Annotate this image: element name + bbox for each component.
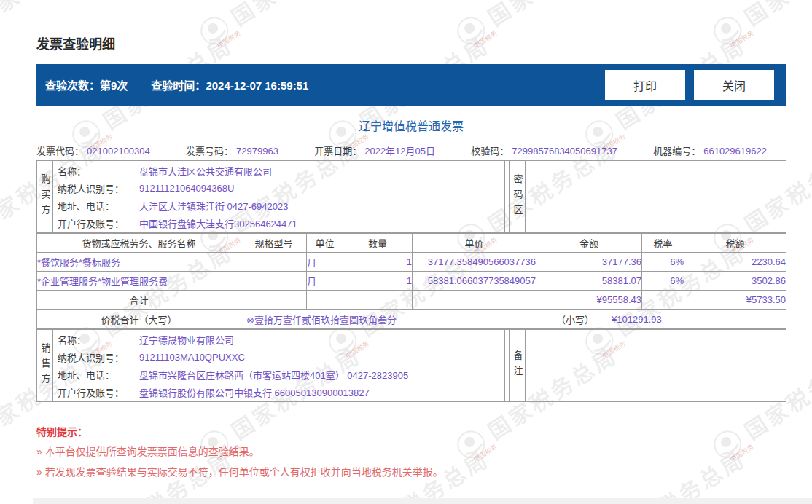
item-row: *企业管理服务*物业管理服务费 月 1 58381.06603773584905…	[37, 272, 786, 291]
seller-section: 销售方 名称：辽宁德晟物业有限公司 纳税人识别号：91211103MA10QPU…	[36, 329, 786, 402]
items-table: 货物或应税劳务、服务名称 规格型号 单位 数量 单价 金额 税率 税额 *餐饮服…	[36, 233, 786, 310]
empty-cell	[241, 291, 307, 310]
invoice-title: 辽宁增值税普通发票	[36, 117, 786, 134]
invoice-code-label: 发票代码：	[36, 146, 84, 157]
notice-line: » 若发现发票查验结果与实际交易不符，任何单位或个人有权拒收并向当地税务机关举报…	[36, 464, 443, 479]
notice-line: » 本平台仅提供所查询发票票面信息的查验结果。	[36, 444, 259, 458]
invoice-date: 开票日期：2022年12月05日	[314, 143, 435, 157]
item-spec	[241, 253, 307, 272]
amount-in-words-row: 价税合计（大写） ⊗壹拾万壹仟贰佰玖拾壹圆玖角叁分 （小写） ¥101291.9…	[36, 309, 786, 329]
item-quantity: 1	[343, 253, 413, 272]
item-tax-rate: 6%	[642, 253, 684, 272]
field-label: 开户行及账号：	[53, 216, 139, 230]
field-value: 中国银行盘锦大洼支行302564624471	[139, 216, 297, 230]
item-name: *企业管理服务*物业管理服务费	[37, 272, 241, 291]
check-time-value: 2024-12-07 16:59:51	[206, 79, 308, 92]
item-unit-price: 58381.066037735849057	[413, 272, 536, 291]
field-label: 纳税人识别号：	[53, 181, 139, 195]
empty-cell	[413, 291, 536, 310]
seller-side-cell: 销售方	[37, 330, 53, 402]
field-value: 盘锦银行股份有限公司中银支行 660050130900013827	[139, 385, 370, 399]
print-button[interactable]: 打印	[605, 70, 685, 100]
item-row: *餐饮服务*餐标服务 月 1 37177.358490566037736 371…	[37, 253, 786, 272]
invoice-code-value: 021002100304	[87, 146, 150, 157]
header-spec: 规格型号	[241, 234, 307, 253]
field-row: 开户行及账号：中国银行盘锦大洼支行302564624471	[53, 214, 504, 232]
content-area: 发票查验明细 查验次数：第9次 查验时间：2024-12-07 16:59:51…	[0, 0, 812, 504]
invoice-number-value: 72979963	[236, 146, 278, 157]
header-tax-amount: 税额	[684, 234, 786, 253]
field-value: 盘锦市兴隆台区庄林路西（市客运站四楼401室） 0427-2823905	[139, 368, 408, 382]
seller-fields-cell: 名称：辽宁德晟物业有限公司 纳税人识别号：91211103MA10QPUXXC …	[53, 330, 505, 402]
seller-fields: 名称：辽宁德晟物业有限公司 纳税人识别号：91211103MA10QPUXXC …	[53, 331, 504, 401]
buyer-fields: 名称：盘锦市大洼区公共交通有限公司 纳税人识别号：912111210640943…	[53, 162, 504, 232]
page-title: 发票查验明细	[36, 34, 115, 52]
field-label: 地址、电话：	[53, 199, 139, 213]
header-unit-price: 单价	[413, 234, 536, 253]
item-quantity: 1	[343, 272, 413, 291]
invoice-meta-row: 发票代码：021002100304 发票号码：72979963 开票日期：202…	[36, 143, 767, 157]
machine-number-label: 机器编号：	[653, 146, 700, 157]
item-unit: 月	[307, 253, 343, 272]
verification-bar: 查验次数：第9次 查验时间：2024-12-07 16:59:51 打印 关闭	[36, 64, 786, 106]
item-unit-price: 37177.358490566037736	[413, 253, 536, 272]
password-area-label: 密码区	[510, 174, 525, 220]
item-tax-rate: 6%	[642, 272, 684, 291]
field-row: 名称：盘锦市大洼区公共交通有限公司	[53, 162, 504, 179]
invoice-number-label: 发票号码：	[186, 146, 233, 157]
buyer-fields-cell: 名称：盘锦市大洼区公共交通有限公司 纳税人识别号：912111210640943…	[53, 161, 505, 233]
check-code-label: 校验码：	[471, 146, 509, 157]
item-name: *餐饮服务*餐标服务	[37, 253, 241, 272]
invoice-code: 发票代码：021002100304	[36, 143, 150, 157]
amount-in-words-label: 价税合计（大写）	[37, 310, 241, 329]
check-time: 查验时间：2024-12-07 16:59:51	[151, 77, 308, 92]
amount-small-label: （小写）	[556, 312, 594, 326]
field-row: 纳税人识别号：91211121064094368U	[53, 179, 504, 197]
remarks-label-cell: 备注	[510, 330, 526, 402]
field-value: 91211103MA10QPUXXC	[139, 352, 245, 363]
item-tax-amount: 2230.64	[684, 253, 786, 272]
field-label: 名称：	[53, 164, 139, 178]
close-button[interactable]: 关闭	[694, 70, 774, 100]
items-header-row: 货物或应税劳务、服务名称 规格型号 单位 数量 单价 金额 税率 税额	[37, 234, 786, 253]
buyer-section: 购买方 名称：盘锦市大洼区公共交通有限公司 纳税人识别号：91211121064…	[36, 160, 786, 233]
item-spec	[241, 272, 307, 291]
field-value: 大洼区大洼镇珠江街 0427-6942023	[139, 199, 288, 213]
check-count-label: 查验次数：	[45, 79, 100, 92]
amount-capital: ⊗壹拾万壹仟贰佰玖拾壹圆玖角叁分	[246, 312, 397, 326]
field-row: 名称：辽宁德晟物业有限公司	[53, 331, 504, 348]
item-amount: 37177.36	[536, 253, 642, 272]
password-area	[526, 161, 786, 233]
amount-in-words-cell: ⊗壹拾万壹仟贰佰玖拾壹圆玖角叁分 （小写） ¥101291.93	[241, 310, 786, 329]
field-label: 开户行及账号：	[53, 385, 139, 399]
empty-cell	[307, 291, 343, 310]
special-notice-title: 特别提示：	[36, 424, 87, 438]
field-row: 地址、电话：大洼区大洼镇珠江街 0427-6942023	[53, 197, 504, 214]
field-value: 辽宁德晟物业有限公司	[139, 333, 234, 347]
invoice-number: 发票号码：72979963	[186, 143, 278, 157]
invoice-verification-page: 国家税务总局中国税务国家税务总局中国税务国家税务总局中国税务国家税务总局中国税务…	[0, 0, 812, 504]
field-row: 纳税人识别号：91211103MA10QPUXXC	[53, 348, 504, 366]
items-total-tax: ¥5733.50	[684, 291, 786, 310]
password-area-label-cell: 密码区	[510, 161, 526, 233]
buyer-side-cell: 购买方	[37, 161, 53, 233]
field-label: 地址、电话：	[53, 368, 139, 382]
items-total-amount: ¥95558.43	[536, 291, 642, 310]
item-tax-amount: 3502.86	[684, 272, 786, 291]
check-count-value: 第9次	[100, 79, 128, 92]
check-count: 查验次数：第9次	[45, 77, 128, 92]
header-quantity: 数量	[343, 234, 413, 253]
field-row: 开户行及账号：盘锦银行股份有限公司中银支行 660050130900013827	[53, 383, 504, 401]
horizontal-scrollbar[interactable]	[33, 498, 812, 504]
empty-cell	[642, 291, 684, 310]
field-value: 91211121064094368U	[139, 183, 234, 194]
buyer-side-label: 购买方	[38, 174, 52, 220]
items-total-row: 合计 ¥95558.43 ¥5733.50	[37, 291, 786, 310]
remarks-label: 备注	[510, 350, 525, 381]
check-time-label: 查验时间：	[151, 79, 206, 92]
header-amount: 金额	[536, 234, 642, 253]
header-goods-name: 货物或应税劳务、服务名称	[37, 234, 241, 253]
check-code-value: 72998576834050691737	[512, 146, 617, 157]
field-row: 地址、电话：盘锦市兴隆台区庄林路西（市客运站四楼401室） 0427-28239…	[53, 366, 504, 383]
header-tax-rate: 税率	[642, 234, 684, 253]
